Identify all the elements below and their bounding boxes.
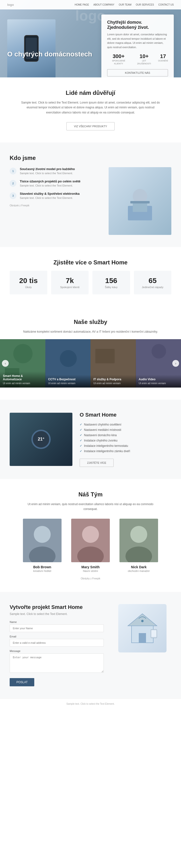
hero-stat-0: 300+ SPOKOJENÉ KLIENTY xyxy=(107,53,130,65)
form-name-input[interactable] xyxy=(10,624,104,632)
check-item-1: Nastavení mediální místnosti xyxy=(80,427,171,433)
team-photo-mary xyxy=(71,519,110,562)
nav-logo: logo xyxy=(7,3,14,6)
service-3-title: Audio Video xyxy=(139,378,178,381)
team-member-2-role: obchodní manažer xyxy=(117,569,160,572)
smarthome-learn-more-button[interactable]: ZJISTĚTE VÍCE xyxy=(80,459,114,467)
form-message-label: Message xyxy=(10,650,104,652)
nav-about[interactable]: ABOUT COMPANY xyxy=(94,3,114,6)
services-track: Smart Home & Automatizace Ut enim ad min… xyxy=(0,339,181,388)
team-subtitle: Ut enim ad minim veniam, quis nostrud ex… xyxy=(21,502,160,512)
nav-team[interactable]: OUR TEAM xyxy=(119,3,132,6)
form-email-group: Email xyxy=(10,635,104,647)
nav-links: HOME PAGE ABOUT COMPANY OUR TEAM OUR SER… xyxy=(75,3,174,6)
smarthome-checklist: Nastavení chytrého osvětlení Nastavení m… xyxy=(80,422,171,454)
discover-stat-1: 7k Spokojení klienti xyxy=(51,271,89,294)
form-section: Vytvořte projekt Smart Home Sample text.… xyxy=(0,592,181,699)
service-card-1: CCTV a Bezpečnost Ut enim ad minim venia… xyxy=(45,339,91,388)
svg-point-12 xyxy=(151,344,166,359)
form-right xyxy=(113,604,171,652)
form-name-label: Name xyxy=(10,621,104,623)
svg-rect-27 xyxy=(151,630,156,637)
hero-stat-1: 10+ LET ZKUŠENOSTI xyxy=(135,53,153,65)
form-desc: Sample text. Click to select the Text El… xyxy=(10,612,104,616)
who-left: 1 Současný životní model pro každého Sam… xyxy=(10,167,101,207)
svg-rect-10 xyxy=(95,349,115,363)
team-member-2-name: Nick Dark xyxy=(117,565,160,569)
service-1-title: CCTV a Bezpečnost xyxy=(48,378,88,381)
team-title: Náš Tým xyxy=(10,491,171,498)
form-message-textarea[interactable] xyxy=(10,653,104,673)
service-2-title: IT služby & Podpora xyxy=(94,378,133,381)
form-email-input[interactable] xyxy=(10,639,104,647)
bob-illustration xyxy=(23,519,62,562)
hero-card-title: Chytřejší domov. Zjednodušený život. xyxy=(107,20,168,30)
team-member-1: Mary Smith hlavní účetní xyxy=(69,519,112,572)
trust-section: Lidé nám důvěřují Sample text. Click to … xyxy=(0,78,181,143)
check-item-5: Instalace inteligentního zámku dveří xyxy=(80,448,171,454)
form-message-group: Message xyxy=(10,650,104,674)
who-inner: 1 Současný životní model pro každého Sam… xyxy=(10,167,171,235)
service-1-desc: Ut enim ad minim veniam xyxy=(48,382,88,385)
hero-image xyxy=(7,19,56,78)
mary-illustration xyxy=(71,519,110,562)
hero-contact-button[interactable]: KONTAKTUJTE NÁS xyxy=(107,69,168,76)
services-subtitle: Nalézáme kompletní sortiment domácí auto… xyxy=(21,329,160,334)
check-item-0: Nastavení chytrého osvětlení xyxy=(80,422,171,427)
smarthome-section: 21° O Smart Home Nastavení chytrého osvě… xyxy=(0,400,181,479)
hero-stats: 300+ SPOKOJENÉ KLIENTY 10+ LET ZKUŠENOST… xyxy=(107,53,168,65)
nav-contact[interactable]: CONTACT US xyxy=(158,3,174,6)
smart-home-illustration xyxy=(123,609,162,648)
form-left: Vytvořte projekt Smart Home Sample text.… xyxy=(10,604,104,686)
smarthome-right: O Smart Home Nastavení chytrého osvětlen… xyxy=(80,412,171,467)
team-photo-bob xyxy=(23,519,62,562)
who-item-0: 1 Současný životní model pro každého Sam… xyxy=(10,167,101,175)
team-member-0: Bob Brown kreativní ředitel xyxy=(21,519,64,572)
who-item-1-desc: Sample text. Click to select the Text El… xyxy=(20,184,80,187)
svg-rect-2 xyxy=(133,202,147,212)
discover-stat-2: 156 Šálky kávy xyxy=(93,271,130,294)
svg-point-20 xyxy=(130,526,147,543)
form-email-label: Email xyxy=(10,635,104,638)
team-grid: Bob Brown kreativní ředitel Mary Smith h… xyxy=(10,519,171,572)
svg-rect-3 xyxy=(130,201,150,204)
team-member-2: Nick Dark obchodní manažer xyxy=(117,519,160,572)
team-section: Náš Tým Ut enim ad minim veniam, quis no… xyxy=(0,479,181,592)
svg-point-5 xyxy=(13,344,33,363)
svg-point-25 xyxy=(141,620,144,622)
services-slider: ‹ Smart Home & Automatizace Ut enim ad m… xyxy=(0,339,181,388)
service-3-desc: Ut enim ad minim veniam xyxy=(139,382,178,385)
who-item-1-title: Tisíce úžasných projektů po celém světě xyxy=(20,180,80,183)
nav-services[interactable]: OUR SERVICES xyxy=(136,3,154,6)
hero-section: logo Chytřejší domov. Zjednodušený život… xyxy=(0,0,181,78)
check-item-4: Instalace inteligentního termostatu xyxy=(80,443,171,448)
service-card-2: IT služby & Podpora Ut enim ad minim ven… xyxy=(90,339,136,388)
hero-main-heading: O chytrých domácnostech xyxy=(7,50,92,58)
service-0-desc: Ut enim ad minim veniam xyxy=(3,382,42,385)
trust-products-button[interactable]: VIZ VŠECHNY PRODUKTY xyxy=(66,122,114,130)
discover-stat-0: 20 tis Úkoly xyxy=(10,271,47,294)
who-illustration xyxy=(125,182,154,220)
team-photo-nick xyxy=(119,519,158,562)
smarthome-inner: 21° O Smart Home Nastavení chytrého osvě… xyxy=(10,412,171,467)
form-title: Vytvořte projekt Smart Home xyxy=(10,604,104,610)
slider-next-button[interactable]: › xyxy=(172,360,179,367)
discover-stats: 20 tis Úkoly 7k Spokojení klienti 156 Šá… xyxy=(10,271,171,294)
form-illustration xyxy=(118,604,167,652)
services-section: Naše služby Nalézáme kompletní sortiment… xyxy=(0,307,181,399)
svg-point-17 xyxy=(82,526,99,543)
hero-card: Chytřejší domov. Zjednodušený život. Lor… xyxy=(101,14,174,78)
slider-prev-button[interactable]: ‹ xyxy=(2,360,9,367)
check-item-2: Nastavení domácího kina xyxy=(80,433,171,438)
form-inner: Vytvořte projekt Smart Home Sample text.… xyxy=(10,604,171,686)
svg-rect-24 xyxy=(139,633,146,643)
svg-point-8 xyxy=(60,350,77,367)
who-item-0-title: Současný životní model pro každého xyxy=(20,167,75,171)
smarthome-image: 21° xyxy=(10,413,72,466)
form-submit-button[interactable]: POSLAT xyxy=(10,678,34,686)
team-member-1-role: hlavní účetní xyxy=(69,569,112,572)
service-0-title: Smart Home & Automatizace xyxy=(3,374,42,381)
nav-home[interactable]: HOME PAGE xyxy=(75,3,89,6)
who-image xyxy=(109,167,171,235)
team-member-1-name: Mary Smith xyxy=(69,565,112,569)
